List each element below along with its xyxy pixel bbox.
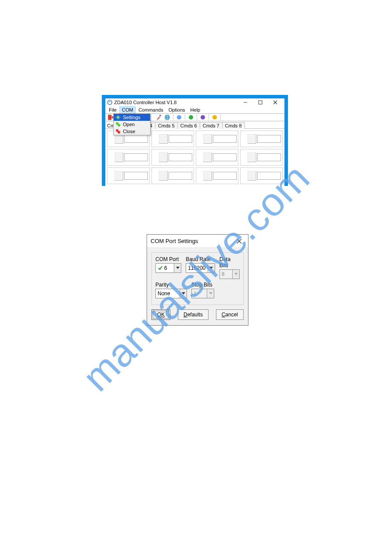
svg-point-13 bbox=[118, 124, 120, 127]
cmd-button[interactable] bbox=[203, 171, 212, 181]
cmd-input[interactable] bbox=[169, 153, 192, 161]
dialog-body: COM Port 6 Baud Rate 115200 Data Bits bbox=[151, 252, 244, 305]
chevron-down-icon bbox=[207, 289, 214, 298]
combo-parity-value: None bbox=[156, 290, 180, 297]
toolbar: Settings Open Close bbox=[105, 113, 284, 122]
cmd-panel bbox=[240, 149, 283, 166]
cmd-input[interactable] bbox=[169, 135, 192, 143]
close-button[interactable] bbox=[268, 98, 283, 106]
com-settings-dialog: COM Port Settings COM Port 6 Baud Rate bbox=[147, 234, 248, 326]
label-com-port: COM Port bbox=[155, 256, 181, 262]
dialog-close-button[interactable] bbox=[234, 237, 245, 246]
check-icon bbox=[158, 265, 163, 271]
titlebar: ZDA010 Controller Host V1.8 bbox=[105, 98, 284, 106]
defaults-button[interactable]: Defaults bbox=[178, 309, 209, 320]
cmd-button[interactable] bbox=[115, 134, 123, 144]
cmd-panel bbox=[151, 131, 194, 147]
cmd-button[interactable] bbox=[159, 134, 168, 144]
dialog-title: COM Port Settings bbox=[151, 238, 198, 244]
tab-cmds6[interactable]: Cmds 6 bbox=[177, 122, 200, 129]
com-menu-close[interactable]: Close bbox=[114, 128, 150, 135]
cmd-input[interactable] bbox=[213, 153, 237, 161]
toolbar-dot-green[interactable] bbox=[187, 114, 194, 121]
gear-icon bbox=[115, 114, 121, 120]
cmd-panel bbox=[240, 131, 283, 147]
chevron-down-icon[interactable] bbox=[174, 264, 181, 272]
toolbar-separator bbox=[220, 114, 221, 120]
menu-options[interactable]: Options bbox=[166, 106, 188, 113]
menu-file[interactable]: File bbox=[106, 106, 119, 113]
dialog-titlebar: COM Port Settings bbox=[147, 235, 248, 248]
tab-cmds5[interactable]: Cmds 5 bbox=[155, 122, 178, 129]
cmd-input[interactable] bbox=[124, 172, 148, 180]
label-stop-bits: Stop Bits bbox=[191, 282, 214, 288]
toolbar-separator bbox=[185, 114, 185, 120]
cancel-button[interactable]: Cancel bbox=[216, 309, 244, 320]
cmd-button[interactable] bbox=[248, 171, 256, 181]
cmd-button[interactable] bbox=[248, 134, 256, 144]
com-menu-settings[interactable]: Settings bbox=[114, 114, 150, 121]
cmd-button[interactable] bbox=[203, 134, 212, 144]
cmd-input[interactable] bbox=[213, 172, 237, 180]
cmd-panel bbox=[107, 167, 150, 184]
cmd-input[interactable] bbox=[257, 135, 281, 143]
toolbar-dot-yellow[interactable] bbox=[211, 114, 218, 121]
app-window-client: ZDA010 Controller Host V1.8 File COM Com… bbox=[105, 98, 284, 186]
label-data-bits: Data Bits bbox=[219, 256, 240, 268]
combo-baud-rate-value: 115200 bbox=[186, 265, 208, 271]
minimize-button[interactable] bbox=[238, 98, 253, 106]
combo-parity[interactable]: None bbox=[155, 289, 187, 298]
cmd-input[interactable] bbox=[257, 153, 281, 161]
combo-com-port[interactable]: 6 bbox=[155, 263, 181, 273]
toolbar-dot-blue[interactable] bbox=[176, 114, 183, 121]
combo-com-port-value: 6 bbox=[156, 265, 174, 271]
tab-cmds7[interactable]: Cmds 7 bbox=[200, 122, 223, 129]
cmd-panel bbox=[151, 149, 194, 166]
toolbar-separator bbox=[173, 114, 173, 120]
chevron-down-icon[interactable] bbox=[208, 264, 215, 272]
com-dropdown-menu[interactable]: Settings Open Close bbox=[113, 113, 151, 135]
com-menu-open[interactable]: Open bbox=[114, 121, 150, 128]
toolbar-tool-icon[interactable] bbox=[155, 114, 162, 121]
menu-commands[interactable]: Commands bbox=[136, 106, 165, 113]
panel-grid bbox=[105, 129, 284, 186]
cmd-panel bbox=[151, 167, 194, 184]
cmd-input[interactable] bbox=[169, 172, 192, 180]
cmd-button[interactable] bbox=[203, 152, 212, 162]
cmd-panel bbox=[240, 167, 283, 184]
toolbar-dot-purple[interactable] bbox=[199, 114, 206, 121]
menu-com[interactable]: COM bbox=[119, 106, 136, 113]
tab-cmds8[interactable]: Cmds 8 bbox=[222, 122, 245, 129]
combo-baud-rate[interactable]: 115200 bbox=[186, 263, 215, 273]
cmd-panel bbox=[107, 149, 150, 166]
cmd-button[interactable] bbox=[115, 171, 123, 181]
label-parity: Parity bbox=[155, 282, 187, 288]
app-window-frame: ZDA010 Controller Host V1.8 File COM Com… bbox=[102, 95, 288, 186]
cmd-button[interactable] bbox=[248, 152, 256, 162]
toolbar-separator bbox=[209, 114, 209, 120]
cmd-input[interactable] bbox=[124, 153, 148, 161]
combo-data-bits-value: 8 bbox=[220, 271, 232, 277]
svg-rect-16 bbox=[159, 115, 161, 116]
cmd-button[interactable] bbox=[159, 171, 168, 181]
ok-button[interactable]: OK bbox=[151, 309, 170, 320]
combo-stop-bits-value: 1 bbox=[192, 290, 207, 297]
maximize-button[interactable] bbox=[253, 98, 268, 106]
cmd-input[interactable] bbox=[257, 172, 281, 180]
chevron-down-icon[interactable] bbox=[180, 289, 187, 298]
toolbar-globe-icon[interactable] bbox=[164, 114, 171, 121]
combo-data-bits: 8 bbox=[219, 269, 240, 279]
cmd-button[interactable] bbox=[159, 152, 168, 162]
com-port-value-text: 6 bbox=[164, 265, 167, 271]
menu-help[interactable]: Help bbox=[188, 106, 203, 113]
cmd-input[interactable] bbox=[213, 135, 237, 143]
cmd-input[interactable] bbox=[124, 135, 148, 143]
combo-stop-bits: 1 bbox=[191, 289, 214, 298]
cmd-button[interactable] bbox=[115, 152, 123, 162]
svg-rect-2 bbox=[259, 101, 262, 104]
com-menu-close-label: Close bbox=[123, 129, 135, 134]
svg-point-7 bbox=[118, 116, 119, 118]
svg-point-0 bbox=[108, 100, 112, 105]
cmd-panel bbox=[196, 167, 238, 184]
svg-point-15 bbox=[118, 131, 120, 134]
